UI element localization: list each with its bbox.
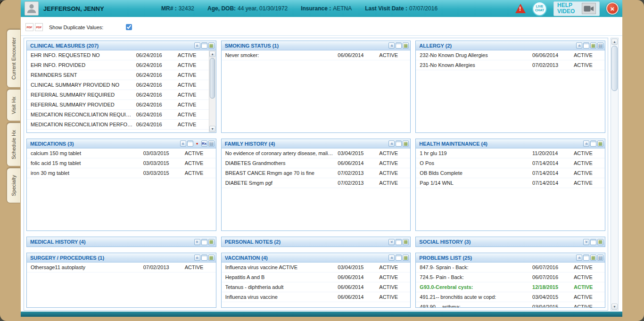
main-scrollbar[interactable]: ▲ ▼ (611, 38, 619, 311)
minimize-icon[interactable] (583, 42, 589, 49)
panel-header[interactable]: CLINICAL MEASURES (207) «▦ (27, 41, 216, 50)
panel-header[interactable]: MEDICATIONS (3) «●Rx▤ (27, 139, 216, 148)
record-row[interactable]: Othersage11 autoplasty07/02/2013ACTIVE (27, 263, 216, 272)
record-row[interactable]: Tetanus - diphtheria adult06/06/2014ACTI… (222, 282, 411, 292)
tab-visit-hx[interactable]: Visit Hx (7, 89, 20, 121)
rx-icon[interactable]: Rx (201, 140, 207, 147)
record-row[interactable]: calcium 150 mg tablet03/03/2015ACTIVE (27, 148, 216, 158)
close-button[interactable]: × (606, 2, 619, 15)
scroll-thumb[interactable] (210, 58, 215, 99)
minimize-icon[interactable] (590, 140, 596, 147)
minimize-icon[interactable] (396, 239, 402, 245)
record-row[interactable]: REMINDERS SENT06/24/2016ACTIVE (27, 70, 209, 80)
export-icon[interactable]: ▦ (597, 239, 603, 245)
print-icon[interactable]: ▤ (208, 140, 215, 147)
pdf-export-icon-2[interactable]: PDF (35, 23, 43, 31)
minimize-icon[interactable] (583, 255, 589, 261)
record-row[interactable]: MEDICATION RECONCILIATION REQUIRED06/24/… (27, 110, 209, 120)
print-icon[interactable]: ▤ (597, 42, 603, 49)
panel-header[interactable]: VACCINATION (4) «▦ (222, 253, 411, 263)
collapse-icon[interactable]: « (388, 140, 395, 147)
export-icon[interactable]: ▦ (403, 255, 409, 261)
alert-warning-icon[interactable] (515, 4, 526, 13)
expand-icon[interactable]: « (388, 239, 395, 245)
export-icon[interactable]: ▦ (590, 42, 596, 49)
record-row[interactable]: No evidence of coronary artery disease, … (222, 148, 411, 158)
tab-specialty[interactable]: Specialty (7, 168, 20, 203)
collapse-icon[interactable]: « (194, 255, 200, 261)
scroll-up-icon[interactable]: ▲ (611, 39, 618, 45)
minimize-icon[interactable] (396, 140, 402, 147)
panel-header[interactable]: MEDICAL HISTORY (4) «▦ (27, 237, 216, 247)
minimize-icon[interactable] (590, 239, 596, 245)
minimize-icon[interactable] (201, 255, 207, 261)
tab-schedule-hx[interactable]: Schedule Hx (7, 123, 20, 166)
record-row[interactable]: 724.5- Pain - Back:06/07/2016ACTIVE (416, 272, 605, 282)
panel-header[interactable]: SOCIAL HISTORY (3) «▦ (416, 237, 605, 247)
record-row[interactable]: 231-No Known Allergies07/02/2013ACTIVE (416, 60, 605, 70)
export-icon[interactable]: ▦ (208, 255, 215, 261)
record-row[interactable]: Influenza virus vaccine ACTIVE03/04/2015… (222, 263, 411, 272)
record-row[interactable]: G93.0-Cerebral cysts:12/18/2015ACTIVE (416, 282, 605, 292)
export-icon[interactable]: ▦ (403, 42, 409, 49)
record-row[interactable]: O Pos07/14/2014ACTIVE (416, 158, 605, 168)
collapse-icon[interactable]: « (583, 140, 589, 147)
record-row[interactable]: iron 30 mg tablet03/03/2015ACTIVE (27, 168, 216, 178)
collapse-icon[interactable]: « (388, 42, 395, 49)
export-icon[interactable]: ▦ (597, 140, 603, 147)
record-row[interactable]: EHR INFO. PROVIDED06/24/2016ACTIVE (27, 60, 209, 70)
record-row[interactable]: 493.90- - asthma:03/04/2015ACTIVE (416, 302, 605, 307)
panel-header[interactable]: HEALTH MAINTENANCE (4) «▦ (416, 139, 605, 148)
record-row[interactable]: REFERRAL SUMMARY PROVIDED06/24/2016ACTIV… (27, 100, 209, 110)
record-row[interactable]: Hepatitis A and B06/06/2014ACTIVE (222, 272, 411, 282)
record-row[interactable]: 847.9- Sprain - Back:06/07/2016ACTIVE (416, 263, 605, 272)
record-row[interactable]: DIABETES Grandmothers06/06/2014ACTIVE (222, 158, 411, 168)
help-video-button[interactable]: HELP VIDEO (553, 1, 600, 16)
expand-icon[interactable]: « (194, 239, 200, 245)
minimize-icon[interactable] (201, 239, 207, 245)
record-row[interactable]: 1 hr glu 11911/20/2014ACTIVE (416, 148, 605, 158)
collapse-icon[interactable]: « (180, 140, 186, 147)
export-icon[interactable]: ▦ (590, 255, 596, 261)
record-row[interactable]: OB Blds Complete07/14/2014ACTIVE (416, 168, 605, 178)
minimize-icon[interactable] (187, 140, 193, 147)
export-icon[interactable]: ▦ (403, 140, 409, 147)
panel-header[interactable]: PERSONAL NOTES (2) «▦ (222, 237, 411, 247)
record-row[interactable]: 232-No Known Drug Allergies06/06/2014ACT… (416, 50, 605, 60)
show-duplicates-checkbox[interactable] (126, 24, 132, 30)
export-icon[interactable]: ▦ (208, 42, 215, 49)
panel-header[interactable]: PROBLEMS LIST (25) «▦▤ (416, 253, 605, 263)
record-row[interactable]: MEDICATION RECONCILIATION PERFOR...06/24… (27, 120, 209, 130)
record-row[interactable]: DIABETE Smgm pgf07/02/2013ACTIVE (222, 178, 411, 188)
panel-scrollbar[interactable]: ▲ ▼ (209, 50, 216, 132)
record-row[interactable]: 491.21-- bronchitis acute w copd:03/04/2… (416, 292, 605, 302)
expand-icon[interactable]: « (583, 239, 589, 245)
collapse-icon[interactable]: « (388, 255, 395, 261)
dot-icon[interactable]: ● (194, 140, 200, 147)
record-row[interactable]: Influenza virus vaccine06/06/2014ACTIVE (222, 292, 411, 302)
collapse-icon[interactable]: « (194, 42, 200, 49)
panel-header[interactable]: SURGERY / PROCEDURES (1) «▦ (27, 253, 216, 263)
minimize-icon[interactable] (396, 255, 402, 261)
tab-current-encounter[interactable]: Current Encounter (7, 29, 20, 88)
scroll-down-icon[interactable]: ▼ (611, 304, 618, 310)
patient-avatar[interactable] (25, 1, 39, 16)
panel-header[interactable]: FAMILY HISTORY (4) «▦ (222, 139, 411, 148)
pdf-export-icon[interactable]: PDF (25, 23, 33, 31)
record-row[interactable]: EHR INFO. REQUESTED NO06/24/2016ACTIVE (27, 50, 209, 60)
panel-header[interactable]: ALLERGY (2) «▦▤ (416, 41, 605, 50)
scroll-thumb[interactable] (611, 46, 618, 91)
panel-header[interactable]: SMOKING STATUS (1) «▦ (222, 41, 411, 50)
scroll-down-icon[interactable]: ▼ (209, 126, 215, 132)
export-icon[interactable]: ▦ (208, 239, 215, 245)
record-row[interactable]: BREAST CANCE Rmgm age 70 is fine07/02/20… (222, 168, 411, 178)
minimize-icon[interactable] (396, 42, 402, 49)
live-chat-button[interactable]: LIVE CHAT (532, 1, 547, 16)
collapse-icon[interactable]: « (576, 255, 582, 261)
minimize-icon[interactable] (201, 42, 207, 49)
export-icon[interactable]: ▦ (403, 239, 409, 245)
record-row[interactable]: CLINICAL SUMMARY PROVIDED NO06/24/2016AC… (27, 80, 209, 90)
record-row[interactable]: Pap 1/14 WNL07/14/2014ACTIVE (416, 178, 605, 188)
print-icon[interactable]: ▤ (597, 255, 603, 261)
record-row[interactable]: folic acid 15 mg tablet03/03/2015ACTIVE (27, 158, 216, 168)
